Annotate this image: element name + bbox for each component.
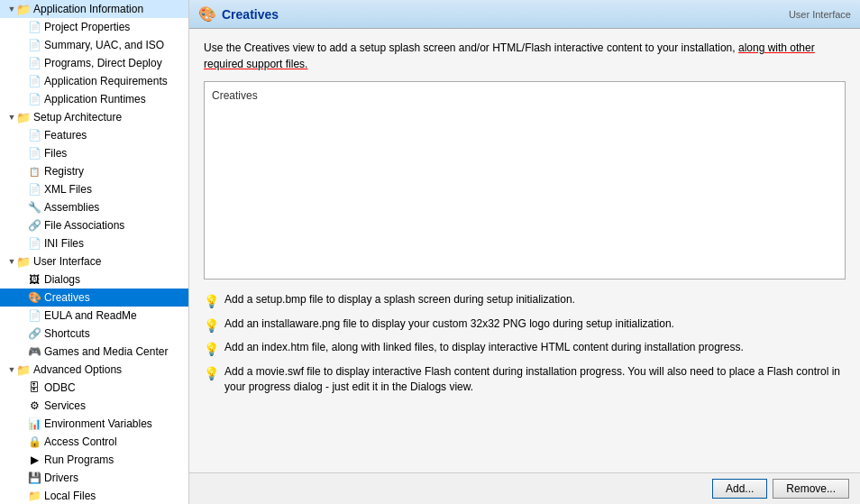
sidebar-item-local-files[interactable]: 📁 Local Files — [0, 487, 188, 504]
page-icon: 📄 — [27, 92, 41, 106]
creatives-icon: 🎨 — [27, 290, 41, 305]
folder-icon: 📁 — [16, 254, 31, 269]
assemblies-icon: 🔧 — [27, 200, 41, 215]
sidebar-item-label: Drivers — [44, 472, 78, 484]
sidebar-item-run-programs[interactable]: ▶ Run Programs — [0, 451, 188, 469]
hint-text: Add an index.htm file, along with linked… — [224, 340, 744, 355]
sidebar-item-label: Advanced Options — [33, 363, 122, 376]
sidebar-item-label: EULA and ReadMe — [44, 309, 137, 322]
remove-button[interactable]: Remove... — [773, 479, 849, 499]
eula-icon: 📄 — [27, 308, 41, 323]
sidebar-item-label: Application Information — [33, 3, 143, 15]
sidebar-item-label: Setup Architecture — [33, 111, 122, 124]
sidebar-item-label: Games and Media Center — [44, 345, 168, 358]
main-panel: 🎨 Creatives User Interface Use the Creat… — [189, 0, 860, 504]
dialogs-icon: 🖼 — [27, 272, 41, 287]
hint-item: 💡 Add an index.htm file, along with link… — [204, 340, 846, 359]
page-icon: 📄 — [27, 20, 41, 34]
sidebar-item-label: Shortcuts — [44, 327, 90, 340]
main-body: Use the Creatives view to add a setup sp… — [189, 29, 860, 472]
local-icon: 📁 — [27, 489, 41, 503]
sidebar-section-setup-arch[interactable]: ▼ 📁 Setup Architecture — [0, 108, 188, 126]
sidebar-item-label: Access Control — [44, 435, 117, 448]
folder-icon: 📁 — [16, 110, 31, 124]
registry-icon: 📋 — [27, 164, 41, 179]
folder-icon: 📁 — [16, 2, 31, 16]
page-icon: 📄 — [27, 146, 41, 160]
sidebar-item-label: Run Programs — [44, 454, 114, 466]
access-icon: 🔒 — [27, 435, 41, 449]
sidebar-item-shortcuts[interactable]: 🔗 Shortcuts — [0, 325, 188, 343]
header-creative-icon: 🎨 — [198, 5, 216, 23]
sidebar-item-services[interactable]: ⚙ Services — [0, 397, 188, 415]
sidebar[interactable]: ▼ 📁 Application Information 📄 Project Pr… — [0, 0, 189, 504]
games-icon: 🎮 — [27, 344, 41, 359]
bullet-icon: 💡 — [204, 293, 219, 311]
sidebar-item-label: Assemblies — [44, 201, 99, 214]
sidebar-item-dialogs[interactable]: 🖼 Dialogs — [0, 270, 188, 289]
sidebar-item-label: Local Files — [44, 490, 96, 502]
sidebar-item-label: Summary, UAC, and ISO — [44, 39, 164, 51]
sidebar-item-assemblies[interactable]: 🔧 Assemblies — [0, 198, 188, 216]
sidebar-item-app-runtimes[interactable]: 📄 Application Runtimes — [0, 90, 188, 108]
sidebar-item-xml[interactable]: 📄 XML Files — [0, 180, 188, 198]
hint-text: Add a movie.swf file to display interact… — [224, 364, 846, 395]
sidebar-item-eula[interactable]: 📄 EULA and ReadMe — [0, 307, 188, 325]
sidebar-section-user-interface[interactable]: ▼ 📁 User Interface — [0, 252, 188, 270]
sidebar-item-label: File Associations — [44, 219, 124, 232]
shortcuts-icon: 🔗 — [27, 326, 41, 341]
sidebar-item-summary[interactable]: 📄 Summary, UAC, and ISO — [0, 36, 188, 54]
sidebar-item-registry[interactable]: 📋 Registry — [0, 162, 188, 180]
sidebar-item-label: Creatives — [44, 291, 90, 304]
sidebar-item-programs[interactable]: 📄 Programs, Direct Deploy — [0, 54, 188, 72]
hint-text: Add a setup.bmp file to display a splash… — [224, 292, 575, 307]
envvar-icon: 📊 — [27, 417, 41, 431]
sidebar-item-label: Dialogs — [44, 273, 80, 286]
page-icon: 📄 — [27, 38, 41, 52]
hint-item: 💡 Add a movie.swf file to display intera… — [204, 364, 846, 395]
page-icon: 📄 — [27, 128, 41, 142]
caret-icon: ▼ — [7, 257, 16, 266]
main-footer: Add... Remove... — [189, 472, 860, 504]
caret-icon: ▼ — [7, 113, 16, 122]
sidebar-section-app-info[interactable]: ▼ 📁 Application Information — [0, 0, 188, 18]
hint-item: 💡 Add a setup.bmp file to display a spla… — [204, 292, 846, 311]
sidebar-item-label: Registry — [44, 165, 84, 178]
content-box-label: Creatives — [212, 89, 258, 102]
sidebar-section-advanced[interactable]: ▼ 📁 Advanced Options — [0, 361, 188, 379]
sidebar-item-odbc[interactable]: 🗄 ODBC — [0, 379, 188, 397]
page-icon: 📄 — [27, 56, 41, 70]
hint-list: 💡 Add a setup.bmp file to display a spla… — [204, 292, 846, 394]
sidebar-item-label: Files — [44, 147, 67, 160]
sidebar-item-label: Services — [44, 399, 86, 412]
add-button[interactable]: Add... — [712, 479, 767, 499]
description: Use the Creatives view to add a setup sp… — [204, 40, 817, 72]
description-underlined: along with other required support files. — [204, 41, 815, 70]
sidebar-item-label: XML Files — [44, 183, 92, 196]
sidebar-item-label: User Interface — [33, 255, 101, 268]
sidebar-item-env-vars[interactable]: 📊 Environment Variables — [0, 415, 188, 433]
sidebar-item-label: Environment Variables — [44, 417, 152, 430]
main-title: 🎨 Creatives — [198, 5, 279, 23]
services-icon: ⚙ — [27, 399, 41, 413]
sidebar-item-games[interactable]: 🎮 Games and Media Center — [0, 343, 188, 361]
sidebar-item-features[interactable]: 📄 Features — [0, 126, 188, 144]
sidebar-item-label: Project Properties — [44, 21, 130, 33]
assoc-icon: 🔗 — [27, 218, 41, 233]
sidebar-item-project-props[interactable]: 📄 Project Properties — [0, 18, 188, 36]
sidebar-item-files[interactable]: 📄 Files — [0, 144, 188, 162]
caret-icon: ▼ — [7, 5, 16, 14]
sidebar-item-label: Programs, Direct Deploy — [44, 57, 162, 69]
caret-icon: ▼ — [7, 365, 16, 374]
hint-item: 💡 Add an installaware.png file to displa… — [204, 316, 846, 335]
sidebar-item-drivers[interactable]: 💾 Drivers — [0, 469, 188, 487]
sidebar-item-label: Application Requirements — [44, 75, 168, 87]
sidebar-item-ini[interactable]: 📄 INI Files — [0, 234, 188, 252]
sidebar-item-label: INI Files — [44, 237, 84, 250]
sidebar-item-creatives[interactable]: 🎨 Creatives — [0, 289, 188, 307]
creatives-content-box[interactable]: Creatives — [204, 81, 846, 279]
hint-text: Add an installaware.png file to display … — [224, 316, 674, 332]
sidebar-item-access-ctrl[interactable]: 🔒 Access Control — [0, 433, 188, 451]
sidebar-item-file-assoc[interactable]: 🔗 File Associations — [0, 216, 188, 234]
sidebar-item-app-reqs[interactable]: 📄 Application Requirements — [0, 72, 188, 90]
